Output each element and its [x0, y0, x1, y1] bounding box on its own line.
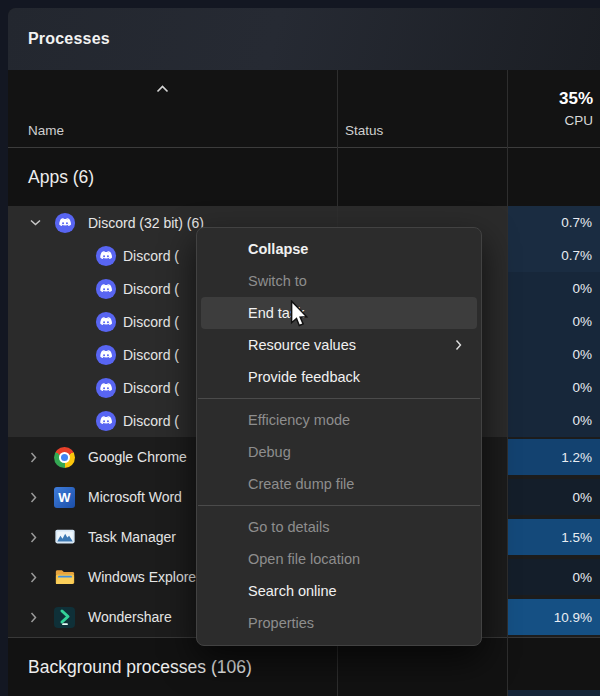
process-name: Discord ( — [123, 347, 179, 363]
folder-icon — [54, 566, 76, 588]
process-name: Discord (32 bit) (6) — [88, 215, 204, 231]
wondershare-icon — [54, 607, 75, 628]
mouse-cursor — [289, 300, 309, 332]
cpu-value-cell: 0% — [508, 404, 600, 437]
cpu-column-header[interactable]: 35% CPU — [559, 70, 593, 147]
cpu-value-cell: 0% — [508, 305, 600, 338]
sort-ascending-icon — [156, 79, 169, 97]
process-name: Discord ( — [123, 314, 179, 330]
section-header-apps: Apps (6) — [8, 148, 600, 206]
discord-icon — [95, 245, 117, 267]
chevron-right-icon[interactable] — [30, 532, 37, 543]
chevron-down-icon[interactable] — [30, 219, 41, 226]
process-name: Google Chrome — [88, 449, 187, 465]
cpu-value-cell: 0% — [508, 338, 600, 371]
menu-item-go-to-details: Go to details — [201, 511, 477, 543]
cpu-value-cell: 1.5% — [508, 519, 600, 555]
menu-item-end-task[interactable]: End task — [201, 297, 477, 329]
menu-item-label: Provide feedback — [248, 369, 360, 385]
page-title: Processes — [28, 30, 110, 48]
menu-item-collapse[interactable]: Collapse — [201, 233, 477, 265]
menu-item-label: Switch to — [248, 273, 307, 289]
process-name: Discord ( — [123, 413, 179, 429]
cpu-value-cell: 0% — [508, 479, 600, 515]
menu-item-label: Debug — [248, 444, 291, 460]
process-name: Windows Explorer — [88, 569, 201, 585]
task-manager-icon — [54, 526, 76, 548]
process-name: Discord ( — [123, 248, 179, 264]
process-name: Microsoft Word — [88, 489, 182, 505]
cpu-total-percent: 35% — [559, 89, 593, 109]
process-name: Wondershare — [88, 609, 172, 625]
apps-section-label: Apps (6) — [28, 167, 94, 188]
menu-item-create-dump-file: Create dump file — [201, 468, 477, 500]
cpu-value-cell: 0% — [508, 371, 600, 404]
menu-item-label: Open file location — [248, 551, 360, 567]
menu-item-label: Go to details — [248, 519, 329, 535]
discord-icon — [95, 344, 117, 366]
cpu-value-cell: 10.9% — [508, 599, 600, 635]
submenu-arrow-icon — [455, 339, 462, 351]
process-name: Discord ( — [123, 281, 179, 297]
menu-item-efficiency-mode: Efficiency mode — [201, 404, 477, 436]
process-name: Discord ( — [123, 380, 179, 396]
cpu-value-cell: 0% — [508, 272, 600, 305]
menu-item-debug: Debug — [201, 436, 477, 468]
discord-icon — [54, 212, 76, 234]
background-section-label: Background processes (106) — [28, 657, 252, 678]
page-header: Processes — [8, 8, 600, 70]
cpu-value-cell: 0% — [508, 559, 600, 595]
cpu-value-cell — [508, 690, 600, 696]
task-manager-window: Processes Name Status 35% CPU Apps (6) D… — [8, 8, 600, 696]
name-column-header[interactable]: Name — [28, 123, 64, 138]
discord-icon — [95, 377, 117, 399]
menu-item-search-online[interactable]: Search online — [201, 575, 477, 607]
chrome-icon — [54, 447, 75, 468]
chevron-right-icon[interactable] — [30, 492, 37, 503]
table-header: Name Status 35% CPU — [8, 70, 600, 148]
cpu-value-cell: 0.7% — [508, 206, 600, 239]
menu-item-label: Resource values — [248, 337, 356, 353]
cpu-column-label: CPU — [564, 113, 593, 128]
word-icon: W — [54, 487, 75, 508]
chevron-right-icon[interactable] — [30, 612, 37, 623]
cpu-value-cell: 1.2% — [508, 439, 600, 475]
menu-item-label: Search online — [248, 583, 337, 599]
context-menu: Collapse Switch to End task Resource val… — [196, 227, 482, 646]
status-column-header[interactable]: Status — [345, 123, 383, 138]
discord-icon — [95, 410, 117, 432]
menu-item-label: Collapse — [248, 241, 308, 257]
menu-separator — [198, 505, 480, 506]
process-name: Task Manager — [88, 529, 176, 545]
chevron-right-icon[interactable] — [30, 572, 37, 583]
chevron-right-icon[interactable] — [30, 452, 37, 463]
menu-item-label: Properties — [248, 615, 314, 631]
menu-item-label: Efficiency mode — [248, 412, 350, 428]
menu-separator — [198, 398, 480, 399]
menu-item-label: Create dump file — [248, 476, 354, 492]
menu-item-open-file-location: Open file location — [201, 543, 477, 575]
menu-item-properties: Properties — [201, 607, 477, 639]
discord-icon — [95, 278, 117, 300]
cpu-value-cell: 0.7% — [508, 239, 600, 272]
discord-icon — [95, 311, 117, 333]
menu-item-provide-feedback[interactable]: Provide feedback — [201, 361, 477, 393]
menu-item-resource-values[interactable]: Resource values — [201, 329, 477, 361]
menu-item-switch-to: Switch to — [201, 265, 477, 297]
